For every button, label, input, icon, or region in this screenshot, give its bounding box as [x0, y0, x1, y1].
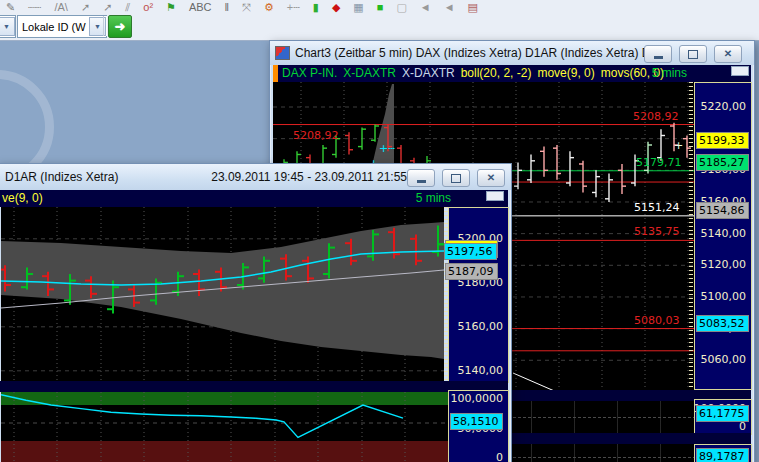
- d1ar-legend-fragment: ve(9, 0): [2, 191, 43, 205]
- panel-separator[interactable]: [0, 381, 508, 392]
- folder-red-icon[interactable]: ▤: [468, 0, 478, 14]
- d1ar-price-axis[interactable]: 5200,005180,005160,005140,00: [448, 207, 509, 383]
- local-id-combo-label: Lokale ID (W: [22, 21, 86, 33]
- trendline-icon[interactable]: ➚: [81, 0, 90, 14]
- axis-label: 5140,00: [701, 227, 747, 240]
- redo-icon[interactable]: ◄: [444, 0, 455, 14]
- price-axis-badge: 5199,33: [696, 132, 749, 149]
- oscillator-value-badge: 58,1510: [450, 413, 503, 430]
- green-box-icon[interactable]: ■: [377, 0, 384, 14]
- chart3-title: Chart3 (Zeitbar 5 min) DAX (Indizes Xetr…: [295, 46, 660, 60]
- close-button[interactable]: ✕: [714, 45, 742, 63]
- chart3-window-buttons: ✕: [644, 45, 742, 63]
- restore-icon: [688, 50, 698, 59]
- go-button[interactable]: ➜: [108, 15, 132, 38]
- axis-label: 5060,00: [701, 353, 747, 366]
- minimize-icon: [654, 56, 663, 59]
- gray-box-icon[interactable]: ▢: [396, 0, 406, 14]
- d1ar-infobar: ve(9, 0) 5 mins: [0, 190, 508, 207]
- active-symbol-marker: [273, 65, 278, 82]
- d1ar-title: D1AR (Indizes Xetra): [5, 170, 118, 184]
- toolbar-icon-row: ✎┈┈/A\➚➚⫽o²⚑ABC‖⤧⚙+┄▮◆▦■▢◄◄▤: [0, 0, 759, 14]
- pencil-icon[interactable]: ✎: [6, 0, 15, 14]
- chart3-infobar: DAX P-IN.X-DAXTRX-DAXTRboll(20, 2, -2)mo…: [273, 65, 751, 82]
- minimize-icon: [417, 180, 426, 183]
- axis-label: 100,0000: [451, 392, 504, 405]
- d1ar-date-range: 23.09.2011 19:45 - 23.09.2011 21:55: [211, 170, 407, 184]
- axis-label: 5100,00: [701, 290, 747, 303]
- price-axis-badge: 5154,86: [696, 202, 749, 219]
- d1ar-oscillator-plot[interactable]: [1, 392, 449, 462]
- ma-value-badge: 5187,09: [445, 263, 498, 280]
- wave-tool-icon[interactable]: /A\: [54, 0, 67, 14]
- anchor-down-icon[interactable]: ⤧: [242, 0, 251, 14]
- indicator-value-badge: 61,1775: [696, 405, 749, 422]
- restore-button[interactable]: [679, 45, 707, 63]
- price-line-label: 5208,92: [293, 129, 339, 142]
- close-button[interactable]: ✕: [477, 169, 505, 187]
- close-icon: ✕: [724, 49, 732, 59]
- toolbar-combo-row: ▼ Lokale ID (W ▼ ➜: [0, 15, 759, 39]
- d1ar-splitter-handle[interactable]: [486, 191, 504, 201]
- chart-box-icon[interactable]: ▦: [353, 0, 363, 14]
- chart3-indicator1-axis: 100,0000 0 61,1775: [694, 399, 752, 435]
- undo-icon[interactable]: ◄: [420, 0, 431, 14]
- axis-label: 5160,00: [458, 320, 504, 333]
- d1ar-oscillator-axis: 100,0000 50,0000 0 58,1510: [448, 390, 509, 462]
- indicator-value-badge: 89,1787: [696, 448, 749, 462]
- minimize-button[interactable]: [644, 45, 672, 63]
- trendline2-icon[interactable]: ➚: [103, 0, 112, 14]
- toolbar-separator: [103, 16, 107, 36]
- green-bar-icon[interactable]: ▮: [313, 0, 319, 14]
- axis-label: 5220,00: [701, 100, 747, 113]
- chart3-legend: DAX P-IN.X-DAXTRX-DAXTRboll(20, 2, -2)mo…: [282, 66, 670, 80]
- arrow-right-icon: ➜: [115, 19, 126, 34]
- chart3-price-axis[interactable]: 5220,005200,005180,005160,005140,005120,…: [694, 82, 752, 390]
- axis-label: 5140,00: [458, 364, 504, 377]
- d1ar-plot-area[interactable]: [1, 207, 444, 381]
- price-line-label: 5208,92: [633, 110, 679, 123]
- chart3-interval-label: 5 mins: [652, 66, 687, 80]
- plus-dashed-icon[interactable]: +┄: [287, 0, 300, 14]
- legend-item: boll(20, 2, -2): [461, 66, 532, 80]
- abc-text-icon[interactable]: ABC: [189, 0, 212, 14]
- legend-item: move(9, 0): [537, 66, 594, 80]
- local-id-combo[interactable]: Lokale ID (W ▼: [17, 15, 107, 38]
- main-toolbar: ✎┈┈/A\➚➚⫽o²⚑ABC‖⤧⚙+┄▮◆▦■▢◄◄▤ ▼ Lokale ID…: [0, 0, 759, 41]
- chart-window-icon: [275, 46, 290, 60]
- chart3-indicator2-axis: 89,1787 0: [694, 444, 752, 462]
- d1ar-window-buttons: ✕: [407, 169, 505, 187]
- price-axis-badge: 5185,27: [696, 154, 749, 171]
- symbol-combo-partial[interactable]: ▼: [0, 15, 16, 38]
- bars-icon[interactable]: ‖: [225, 0, 230, 14]
- chevron-down-icon[interactable]: ▼: [0, 17, 15, 36]
- close-icon: ✕: [487, 173, 495, 183]
- price-axis-badge: 5083,52: [696, 315, 749, 332]
- flag-icon[interactable]: ⚑: [166, 0, 176, 14]
- legend-item: DAX P-IN.: [282, 66, 337, 80]
- gear-orange-icon[interactable]: ⚙: [264, 0, 274, 14]
- restore-button[interactable]: [442, 169, 470, 187]
- cursor-marker-icon: +: [674, 139, 683, 152]
- axis-label: 0: [496, 451, 503, 462]
- price-line-label: 5179,71: [636, 156, 682, 169]
- legend-item: X-DAXTR: [343, 66, 396, 80]
- marker-chars-icon[interactable]: o²: [143, 0, 153, 14]
- parallel-lines-icon[interactable]: ⫽: [125, 0, 130, 14]
- chart3-axis-ticks: [689, 82, 693, 390]
- d1ar-window[interactable]: D1AR (Indizes Xetra) 23.09.2011 19:45 - …: [0, 163, 512, 462]
- cursor-marker-icon: +┄: [379, 142, 395, 155]
- price-line-label: 5080,03: [634, 314, 680, 327]
- chart3-splitter-handle[interactable]: [731, 66, 749, 76]
- price-line-label: 5151,24: [634, 201, 680, 214]
- dotted-line-icon[interactable]: ┈┈: [28, 0, 41, 14]
- legend-item: X-DAXTR: [402, 66, 455, 80]
- minimize-button[interactable]: [407, 169, 435, 187]
- restore-icon: [451, 174, 461, 183]
- price-line-label: 5135,75: [634, 225, 680, 238]
- axis-label: 5120,00: [701, 258, 747, 271]
- current-price-badge: 5197,56: [444, 243, 497, 260]
- red-diamond-icon[interactable]: ◆: [332, 0, 340, 14]
- d1ar-interval-label: 5 mins: [416, 191, 451, 205]
